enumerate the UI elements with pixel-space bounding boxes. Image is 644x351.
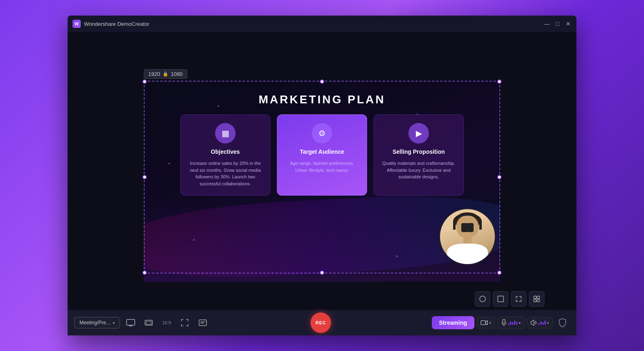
- audio-bar: [538, 323, 540, 325]
- headphones: [453, 213, 482, 230]
- svg-rect-8: [146, 321, 151, 324]
- mic-level-bars: [508, 321, 517, 325]
- aspect-ratio-button[interactable]: 16:9: [159, 315, 174, 330]
- svg-rect-3: [537, 296, 540, 299]
- screen-capture-button[interactable]: [123, 315, 138, 330]
- audio-bar: [512, 322, 513, 325]
- main-area: 1920 🔒 1080 MARKETING PLAN: [68, 32, 576, 335]
- camera-button[interactable]: ▾: [477, 317, 495, 328]
- close-button[interactable]: ✕: [565, 21, 571, 27]
- webcam-overlay: [439, 208, 496, 265]
- window-controls: — □ ✕: [544, 21, 571, 27]
- audio-bar: [540, 321, 542, 325]
- canvas-area: 1920 🔒 1080 MARKETING PLAN: [68, 32, 576, 310]
- card-selling-proposition-title: Selling Proposition: [392, 148, 445, 155]
- speaker-chevron: ▾: [547, 321, 549, 325]
- webcam-face: [440, 209, 495, 264]
- card-objectives-icon: ▦: [215, 123, 236, 144]
- text-overlay-button[interactable]: [195, 315, 210, 330]
- square-mode-button[interactable]: [493, 291, 508, 307]
- card-objectives-body: Increase online sales by 20% in the next…: [187, 160, 263, 187]
- card-target-audience-icon: ⚙: [312, 123, 332, 144]
- toolbar-center: REC: [213, 312, 429, 333]
- resolution-width: 1920: [148, 71, 160, 77]
- title-bar: W Wondershare DemoCreator — □ ✕: [68, 16, 576, 32]
- resolution-badge: 1920 🔒 1080: [144, 69, 187, 79]
- card-target-audience-body: Age range, fashion preferences. Urban li…: [284, 160, 360, 173]
- preset-chevron: ▾: [113, 321, 115, 325]
- audio-bar: [542, 322, 544, 325]
- card-objectives-title: Objectives: [211, 148, 240, 155]
- layout-mode-button[interactable]: [529, 291, 544, 307]
- camera-chevron: ▾: [489, 321, 491, 325]
- card-objectives: ▦ Objectives Increase online sales by 20…: [180, 114, 270, 196]
- slide-title: MARKETING PLAN: [144, 81, 500, 106]
- app-icon: W: [73, 20, 81, 28]
- toolbar: Meeting/Pre... ▾ 16:9: [68, 310, 576, 335]
- toolbar-left: Meeting/Pre... ▾ 16:9: [74, 315, 210, 330]
- speaker-button[interactable]: ▾: [527, 317, 553, 328]
- custom-region-button[interactable]: [177, 315, 192, 330]
- app-window: W Wondershare DemoCreator — □ ✕ 1920 🔒 1…: [68, 16, 576, 335]
- expand-mode-button[interactable]: [511, 291, 526, 307]
- svg-rect-9: [199, 320, 206, 326]
- streaming-button[interactable]: Streaming: [432, 316, 474, 329]
- svg-rect-1: [498, 296, 503, 302]
- privacy-shield-button[interactable]: [555, 315, 570, 330]
- canvas-container: 1920 🔒 1080 MARKETING PLAN: [144, 73, 500, 274]
- circle-mode-button[interactable]: [475, 291, 490, 307]
- mic-chevron: ▾: [519, 321, 521, 325]
- handle-bottom-center[interactable]: [320, 271, 324, 275]
- headphone-right: [467, 223, 474, 232]
- svg-rect-6: [127, 319, 135, 325]
- card-selling-proposition: ▶ Selling Proposition Quality materials …: [374, 114, 464, 196]
- cards-row: ▦ Objectives Increase online sales by 20…: [144, 106, 500, 196]
- svg-rect-11: [503, 319, 505, 323]
- minimize-button[interactable]: —: [544, 21, 550, 27]
- card-target-audience-title: Target Audience: [300, 148, 344, 155]
- handle-bottom-right[interactable]: [497, 271, 501, 275]
- card-target-audience: ⚙ Target Audience Age range, fashion pre…: [277, 114, 367, 196]
- resolution-height: 1080: [171, 71, 183, 77]
- window-title: Wondershare DemoCreator: [84, 21, 540, 27]
- preset-label: Meeting/Pre...: [79, 320, 110, 326]
- microphone-button[interactable]: ▾: [497, 317, 524, 329]
- person-body: [447, 244, 488, 264]
- canvas-controls-overlay: [475, 291, 544, 307]
- audio-bar: [514, 321, 515, 325]
- record-button[interactable]: REC: [311, 312, 331, 333]
- audio-bar: [510, 321, 511, 325]
- svg-rect-4: [534, 299, 536, 302]
- card-selling-proposition-body: Quality materials and craftsmanship. Aff…: [381, 160, 457, 180]
- maximize-button[interactable]: □: [554, 21, 561, 27]
- audio-bar: [508, 323, 509, 325]
- svg-rect-10: [481, 321, 485, 325]
- lock-icon: 🔒: [163, 71, 168, 77]
- rec-label: REC: [315, 320, 326, 325]
- svg-point-0: [480, 296, 485, 302]
- svg-rect-2: [534, 296, 536, 299]
- preset-dropdown[interactable]: Meeting/Pre... ▾: [74, 317, 120, 328]
- speaker-level-bars: [538, 321, 546, 325]
- audio-bar: [516, 322, 517, 325]
- toolbar-right: Streaming ▾: [432, 315, 570, 330]
- handle-bottom-left[interactable]: [143, 271, 147, 275]
- svg-rect-5: [537, 299, 540, 302]
- window-capture-button[interactable]: [141, 315, 156, 330]
- aspect-ratio-label: 16:9: [162, 320, 171, 325]
- audio-bar: [544, 321, 546, 325]
- card-selling-proposition-icon: ▶: [408, 123, 429, 144]
